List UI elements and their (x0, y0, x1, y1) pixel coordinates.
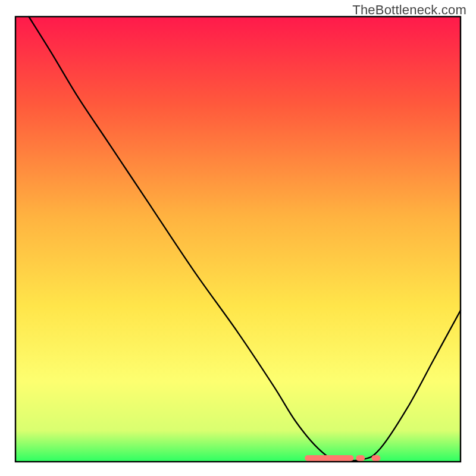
svg-rect-0 (305, 455, 353, 461)
gradient-background (15, 17, 461, 462)
watermark-text: TheBottleneck.com (352, 2, 466, 18)
chart-container: TheBottleneck.com (0, 0, 476, 476)
chart-svg (0, 0, 476, 476)
svg-rect-2 (371, 455, 380, 461)
svg-rect-1 (356, 455, 365, 461)
